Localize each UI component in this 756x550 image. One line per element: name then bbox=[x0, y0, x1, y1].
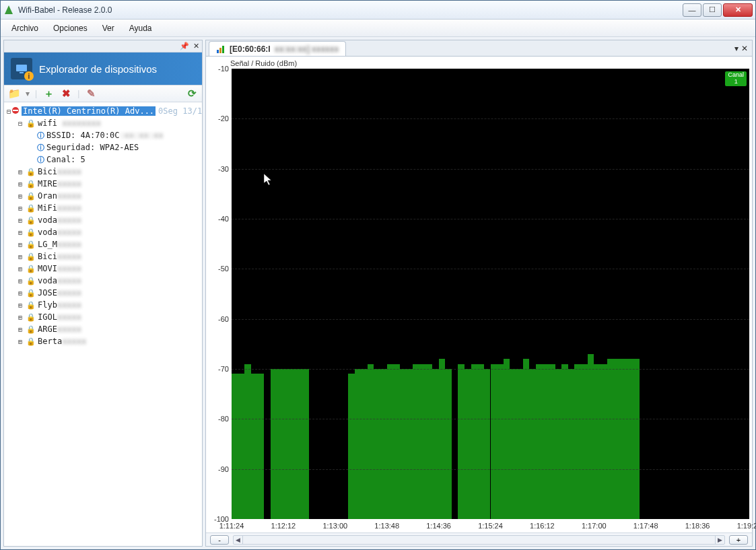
chart-bottombar: - ◀ ▶ + bbox=[206, 532, 752, 546]
explorer-toolbar: 📁 ▾ | ＋ ✖ | ✎ ⟳ bbox=[4, 85, 202, 102]
tree-detail-security: ⓘ Seguridad: WPA2-AES bbox=[7, 141, 202, 153]
expand-icon[interactable]: ⊞ bbox=[16, 289, 24, 297]
scroll-right-icon[interactable]: ▶ bbox=[715, 536, 724, 544]
tree-network-row[interactable]: ⊞🔒vodaxxxxx bbox=[7, 275, 202, 287]
pin-icon[interactable]: 📌 bbox=[180, 42, 189, 50]
titlebar[interactable]: Wifi-Babel - Release 2.0.0 — ☐ ✕ bbox=[1, 1, 755, 20]
device-tree[interactable]: ⊟ Intel(R) Centrino(R) Adv... 0Seg 13/16… bbox=[4, 102, 202, 546]
tree-network-selected[interactable]: ⊟ 🔒 wifi xxxxxxxx bbox=[7, 117, 202, 129]
lock-icon: 🔒 bbox=[26, 216, 36, 225]
y-tick: -40 bbox=[218, 215, 229, 223]
expand-icon[interactable]: ⊞ bbox=[16, 205, 24, 212]
y-tick: -70 bbox=[218, 365, 229, 373]
x-tick: 1:15:24 bbox=[478, 522, 503, 530]
zoom-out-button[interactable]: - bbox=[210, 535, 229, 545]
expand-icon[interactable]: ⊞ bbox=[16, 253, 24, 261]
expand-icon[interactable]: ⊞ bbox=[16, 217, 24, 224]
tree-network-row[interactable]: ⊞🔒IGOLxxxxx bbox=[7, 311, 202, 323]
expand-icon[interactable]: ⊞ bbox=[16, 277, 24, 285]
explorer-tabstrip: 📌 ✕ bbox=[4, 40, 202, 53]
signal-bar bbox=[400, 369, 407, 519]
network-ssid: voda bbox=[38, 228, 57, 237]
tree-network-row[interactable]: ⊞🔒MIRExxxxx bbox=[7, 178, 202, 190]
signal-bar bbox=[568, 369, 575, 519]
tree-network-row[interactable]: ⊞🔒Flybxxxxx bbox=[7, 299, 202, 311]
network-ssid: Berta bbox=[38, 337, 62, 346]
tree-adapter-row[interactable]: ⊟ Intel(R) Centrino(R) Adv... 0Seg 13/16… bbox=[7, 105, 202, 117]
delete-button[interactable]: ✖ bbox=[60, 88, 72, 100]
x-axis: 1:11:241:12:121:13:001:13:481:14:361:15:… bbox=[232, 520, 749, 532]
menu-opciones[interactable]: Opciones bbox=[46, 21, 94, 36]
expand-icon[interactable]: ⊞ bbox=[16, 326, 24, 333]
expand-icon[interactable]: ⊞ bbox=[16, 314, 24, 321]
menu-ayuda[interactable]: Ayuda bbox=[123, 21, 159, 36]
x-tick: 1:18:36 bbox=[685, 522, 710, 530]
tree-network-row[interactable]: ⊞🔒Bicixxxxx bbox=[7, 166, 202, 178]
tree-detail-bssid: ⓘ BSSID: 4A:70:0C:xx:xx:xx bbox=[7, 129, 202, 141]
network-ssid: voda bbox=[38, 276, 57, 285]
tree-network-row[interactable]: ⊞🔒MOVIxxxxx bbox=[7, 263, 202, 275]
signal-bar bbox=[620, 359, 627, 519]
zoom-in-button[interactable]: + bbox=[729, 535, 748, 545]
x-tick: 1:16:12 bbox=[530, 522, 555, 530]
svg-rect-1 bbox=[20, 72, 24, 73]
signal-bar bbox=[393, 364, 400, 519]
chart-scrollbar[interactable]: ◀ ▶ bbox=[233, 535, 725, 545]
tab-signal[interactable]: [E0:60:66:Ixx:xx:xx] xxxxxx bbox=[209, 41, 346, 56]
chart-plot[interactable]: Canal 1 bbox=[232, 69, 749, 519]
signal-bar bbox=[425, 364, 432, 519]
signal-bar bbox=[477, 364, 484, 519]
network-ssid: voda bbox=[38, 215, 57, 225]
lock-icon: 🔒 bbox=[26, 265, 36, 273]
expand-icon[interactable]: ⊞ bbox=[16, 338, 24, 345]
refresh-icon[interactable]: ⟳ bbox=[186, 88, 198, 100]
signal-bar bbox=[244, 364, 251, 519]
minimize-button[interactable]: — bbox=[683, 3, 701, 17]
signal-bar bbox=[510, 369, 516, 519]
expand-icon[interactable]: ⊞ bbox=[16, 302, 24, 309]
add-button[interactable]: ＋ bbox=[42, 88, 55, 100]
folder-icon[interactable]: 📁 bbox=[8, 88, 20, 100]
lock-icon: 🔒 bbox=[26, 252, 36, 261]
lock-icon: 🔒 bbox=[26, 313, 36, 322]
lock-icon: 🔒 bbox=[26, 240, 36, 249]
signal-bar bbox=[296, 369, 303, 519]
tree-network-row[interactable]: ⊞🔒vodaxxxxx bbox=[7, 214, 202, 226]
chart-area: Señal / Ruido (dBm) -10-20-30-40-50-60-7… bbox=[206, 57, 752, 546]
expand-icon[interactable]: ⊞ bbox=[16, 180, 24, 188]
tree-network-row[interactable]: ⊞🔒LG_Mxxxxx bbox=[7, 238, 202, 250]
tree-network-row[interactable]: ⊞🔒Oranxxxxx bbox=[7, 190, 202, 202]
menu-archivo[interactable]: Archivo bbox=[5, 21, 45, 36]
close-button[interactable]: ✕ bbox=[723, 3, 753, 17]
explorer-title: Explorador de dispositivos bbox=[39, 63, 157, 75]
tab-close-icon[interactable]: ✕ bbox=[741, 44, 748, 53]
signal-bar bbox=[529, 369, 536, 519]
tree-network-row[interactable]: ⊞🔒vodaxxxxx bbox=[7, 226, 202, 238]
tree-network-row[interactable]: ⊞🔒ARGExxxxx bbox=[7, 323, 202, 335]
menu-ver[interactable]: Ver bbox=[96, 21, 121, 36]
tree-network-row[interactable]: ⊞🔒JOSExxxxx bbox=[7, 287, 202, 299]
x-tick: 1:17:00 bbox=[582, 522, 607, 530]
network-ssid: MiFi bbox=[38, 203, 57, 213]
maximize-button[interactable]: ☐ bbox=[703, 3, 722, 17]
scroll-left-icon[interactable]: ◀ bbox=[234, 536, 243, 544]
expand-icon[interactable]: ⊞ bbox=[16, 229, 24, 236]
expand-icon[interactable]: ⊞ bbox=[16, 168, 24, 176]
signal-bar bbox=[465, 369, 471, 519]
network-ssid: MOVI bbox=[38, 264, 57, 273]
tree-network-row[interactable]: ⊞🔒MiFixxxxx bbox=[7, 202, 202, 214]
expand-icon[interactable]: ⊞ bbox=[16, 193, 24, 200]
tree-network-row[interactable]: ⊞🔒Bertaxxxxx bbox=[7, 335, 202, 347]
expand-icon[interactable]: ⊞ bbox=[16, 265, 24, 273]
y-axis: -10-20-30-40-50-60-70-80-90-100 bbox=[209, 69, 232, 519]
explorer-header-icon: i bbox=[11, 58, 32, 79]
panel-close-icon[interactable]: ✕ bbox=[193, 42, 199, 50]
network-ssid: IGOL bbox=[38, 312, 57, 322]
tab-dropdown-icon[interactable]: ▾ bbox=[734, 44, 738, 53]
expand-icon[interactable]: ⊞ bbox=[16, 241, 24, 248]
svg-rect-4 bbox=[217, 50, 219, 53]
wand-icon[interactable]: ✎ bbox=[85, 88, 97, 100]
tree-network-row[interactable]: ⊞🔒Bicixxxxx bbox=[7, 250, 202, 263]
collapse-icon[interactable]: ⊟ bbox=[16, 120, 24, 127]
tab-label: [E0:60:66:I bbox=[230, 44, 271, 54]
